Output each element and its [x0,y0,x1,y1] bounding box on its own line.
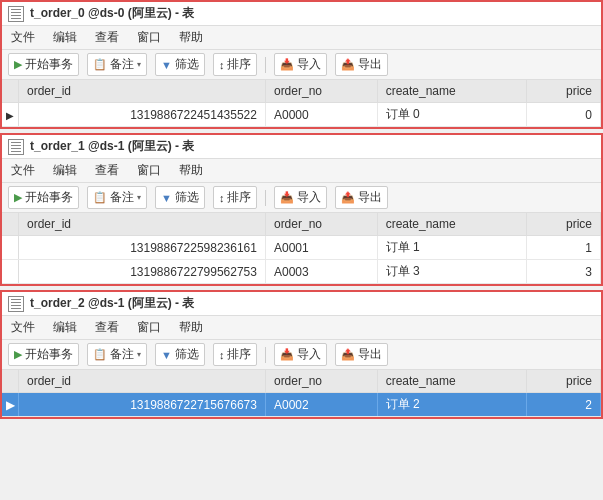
menu-bar-2: 文件编辑查看窗口帮助 [2,316,601,340]
data-table-0: order_idorder_nocreate_nameprice▶1319886… [2,80,601,127]
export-label: 导出 [358,56,382,73]
filter-label: 筛选 [175,56,199,73]
cell-order-no: A0000 [265,103,377,127]
transaction-button[interactable]: ▶开始事务 [8,53,79,76]
col-header-create_name: create_name [377,80,526,103]
menu-item-窗口[interactable]: 窗口 [134,161,164,180]
sort-icon: ↕ [219,59,225,71]
window-0: t_order_0 @ds-0 (阿里云) - 表文件编辑查看窗口帮助▶开始事务… [0,0,603,129]
backup-label: 备注 [110,189,134,206]
cell-price: 3 [527,260,601,284]
col-header-order_id: order_id [19,213,266,236]
filter-icon: ▼ [161,192,172,204]
filter-label: 筛选 [175,346,199,363]
backup-dropdown-icon: ▾ [137,193,141,202]
window-2: t_order_2 @ds-1 (阿里云) - 表文件编辑查看窗口帮助▶开始事务… [0,290,603,419]
import-label: 导入 [297,346,321,363]
import-button[interactable]: 📥导入 [274,186,327,209]
backup-icon: 📋 [93,58,107,71]
import-button[interactable]: 📥导入 [274,343,327,366]
sort-button[interactable]: ↕排序 [213,186,258,209]
row-indicator [2,260,19,284]
toolbar-separator [265,347,266,363]
transaction-button[interactable]: ▶开始事务 [8,343,79,366]
transaction-icon: ▶ [14,191,22,204]
col-header-price: price [527,370,601,393]
import-label: 导入 [297,189,321,206]
col-header-price: price [527,80,601,103]
export-icon: 📤 [341,191,355,204]
toolbar-separator [265,57,266,73]
sort-button[interactable]: ↕排序 [213,343,258,366]
backup-button[interactable]: 📋备注▾ [87,343,147,366]
export-label: 导出 [358,189,382,206]
filter-button[interactable]: ▼筛选 [155,343,205,366]
toolbar-0: ▶开始事务📋备注▾▼筛选↕排序📥导入📤导出 [2,50,601,80]
menu-item-窗口[interactable]: 窗口 [134,28,164,47]
backup-button[interactable]: 📋备注▾ [87,53,147,76]
cell-create-name: 订单 0 [377,103,526,127]
transaction-icon: ▶ [14,348,22,361]
toolbar-2: ▶开始事务📋备注▾▼筛选↕排序📥导入📤导出 [2,340,601,370]
menu-item-文件[interactable]: 文件 [8,161,38,180]
export-button[interactable]: 📤导出 [335,343,388,366]
menu-item-查看[interactable]: 查看 [92,28,122,47]
cell-order-id: 1319886722598236161 [19,236,266,260]
row-indicator [2,236,19,260]
filter-button[interactable]: ▼筛选 [155,186,205,209]
menu-item-查看[interactable]: 查看 [92,318,122,337]
transaction-label: 开始事务 [25,346,73,363]
cell-order-no: A0002 [265,393,377,417]
export-button[interactable]: 📤导出 [335,53,388,76]
menu-item-文件[interactable]: 文件 [8,318,38,337]
transaction-button[interactable]: ▶开始事务 [8,186,79,209]
table-icon [8,296,24,312]
data-table-1: order_idorder_nocreate_nameprice 1319886… [2,213,601,284]
table-row[interactable]: ▶1319886722715676673A0002订单 22 [2,393,601,417]
export-icon: 📤 [341,348,355,361]
menu-item-编辑[interactable]: 编辑 [50,318,80,337]
col-header-create_name: create_name [377,370,526,393]
col-indicator [2,80,19,103]
window-title: t_order_0 @ds-0 (阿里云) - 表 [30,5,194,22]
table-icon [8,6,24,22]
sort-label: 排序 [227,346,251,363]
table-row[interactable]: ▶1319886722451435522A0000订单 00 [2,103,601,127]
table-container-0: order_idorder_nocreate_nameprice▶1319886… [2,80,601,127]
menu-item-窗口[interactable]: 窗口 [134,318,164,337]
filter-icon: ▼ [161,349,172,361]
cell-create-name: 订单 3 [377,260,526,284]
export-label: 导出 [358,346,382,363]
import-button[interactable]: 📥导入 [274,53,327,76]
sort-button[interactable]: ↕排序 [213,53,258,76]
window-1: t_order_1 @ds-1 (阿里云) - 表文件编辑查看窗口帮助▶开始事务… [0,133,603,286]
menu-item-文件[interactable]: 文件 [8,28,38,47]
menu-item-帮助[interactable]: 帮助 [176,318,206,337]
title-bar-0: t_order_0 @ds-0 (阿里云) - 表 [2,2,601,26]
col-header-order_no: order_no [265,80,377,103]
toolbar-1: ▶开始事务📋备注▾▼筛选↕排序📥导入📤导出 [2,183,601,213]
cell-create-name: 订单 1 [377,236,526,260]
filter-button[interactable]: ▼筛选 [155,53,205,76]
cell-create-name: 订单 2 [377,393,526,417]
menu-item-帮助[interactable]: 帮助 [176,161,206,180]
menu-item-查看[interactable]: 查看 [92,161,122,180]
import-icon: 📥 [280,191,294,204]
menu-item-编辑[interactable]: 编辑 [50,161,80,180]
table-row[interactable]: 1319886722598236161A0001订单 11 [2,236,601,260]
sort-icon: ↕ [219,349,225,361]
export-button[interactable]: 📤导出 [335,186,388,209]
sort-label: 排序 [227,56,251,73]
sort-label: 排序 [227,189,251,206]
backup-button[interactable]: 📋备注▾ [87,186,147,209]
backup-label: 备注 [110,346,134,363]
data-table-2: order_idorder_nocreate_nameprice▶1319886… [2,370,601,417]
toolbar-separator [265,190,266,206]
menu-item-编辑[interactable]: 编辑 [50,28,80,47]
col-header-order_no: order_no [265,213,377,236]
import-icon: 📥 [280,348,294,361]
menu-bar-0: 文件编辑查看窗口帮助 [2,26,601,50]
table-row[interactable]: 1319886722799562753A0003订单 33 [2,260,601,284]
col-header-create_name: create_name [377,213,526,236]
menu-item-帮助[interactable]: 帮助 [176,28,206,47]
